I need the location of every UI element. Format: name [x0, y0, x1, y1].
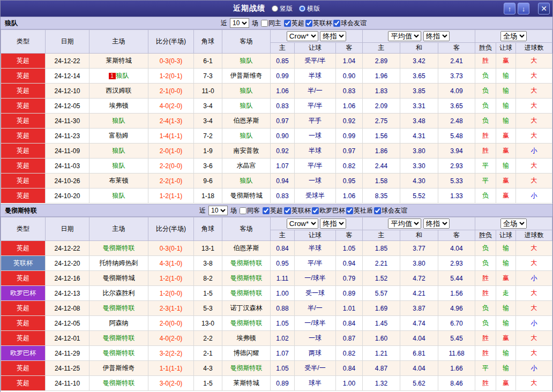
result-handicap-cell: 输	[496, 159, 516, 174]
match-row: 英超24-12-22曼彻斯特联0-3(0-1)13-1伯恩茅斯0.84半球1.0…	[1, 241, 552, 256]
match-row: 英超24-12-08曼彻斯特联2-3(1-1)5-3诺丁汉森林0.88半/一1.…	[1, 301, 552, 316]
league-filter[interactable]: 英社盾	[346, 206, 373, 215]
away-team-cell: 曼彻斯特联	[222, 256, 271, 271]
odds-stage-select[interactable]: 终指	[320, 218, 346, 229]
match-row: 欧罗巴杯24-12-13比尔森胜利1-2(0-0)1-5曼彻斯特联1.00受一球…	[1, 286, 552, 301]
avg-draw-cell: 3.80	[400, 144, 438, 159]
home-team-cell: 富勒姆	[89, 129, 148, 144]
same-venue-checkbox[interactable]	[240, 207, 246, 214]
same-venue-filter[interactable]: 同客	[240, 206, 260, 215]
filter-bar: 近 10 场 同主 英超英联杯球会友谊	[221, 18, 367, 28]
league-checkbox[interactable]	[305, 20, 312, 27]
odds-home-cell: 1.00	[271, 286, 295, 301]
scope-select[interactable]: 全场	[500, 218, 527, 229]
league-checkbox[interactable]	[284, 20, 291, 27]
avg-draw-cell: 4.74	[400, 316, 438, 331]
recent-count-select[interactable]: 10	[208, 206, 228, 215]
odds-handicap-cell: 平/半	[295, 99, 336, 114]
average-select[interactable]: 平均值	[388, 218, 421, 229]
bookmaker-select[interactable]: Crow*	[287, 31, 318, 41]
bookmaker-select[interactable]: Crow*	[287, 218, 318, 229]
league-filter[interactable]: 英超	[263, 206, 283, 215]
odds-home-cell: 1.11	[271, 271, 295, 286]
score-cell: 1-1(1-1)	[148, 361, 194, 376]
result-goals-cell: 小	[516, 189, 552, 203]
average-select[interactable]: 平均值	[388, 31, 421, 41]
league-checkbox[interactable]	[374, 207, 381, 214]
same-venue-label: 同主	[268, 19, 281, 28]
home-team-cell: 埃弗顿	[89, 99, 148, 114]
recent-label: 近	[221, 19, 227, 28]
result-handicap-cell: 输	[496, 241, 516, 256]
avg-draw-cell: 3.80	[400, 256, 438, 271]
corner-cell: 2-1	[194, 346, 222, 361]
league-checkbox[interactable]	[284, 207, 291, 214]
result-wl-cell: 平	[475, 159, 496, 174]
avg-home-cell: 2.21	[363, 256, 400, 271]
scroll-down-button[interactable]: ↓	[518, 3, 529, 14]
league-checkbox[interactable]	[312, 207, 319, 214]
odds-stage-select[interactable]: 终指	[320, 31, 346, 41]
date-cell: 24-12-10	[46, 84, 89, 99]
radio-vertical-label: 竖版	[280, 4, 293, 13]
col-avg-home: 主	[363, 43, 400, 54]
away-team-cell: 埃弗顿	[222, 331, 271, 346]
odds-handicap-cell: 半球	[295, 241, 336, 256]
result-handicap-cell: 输	[496, 69, 516, 84]
avg-home-cell: 1.21	[363, 346, 400, 361]
date-cell: 24-12-05	[46, 316, 89, 331]
league-checkbox[interactable]	[333, 20, 340, 27]
odds-home-cell: 0.94	[271, 174, 295, 189]
same-venue-checkbox[interactable]	[261, 20, 268, 27]
result-goals-cell: 大	[516, 174, 552, 189]
match-row: 英超24-11-30狼队2-4(1-3)3-4伯恩茅斯0.97平手0.922.7…	[1, 114, 552, 129]
radio-horizontal-input[interactable]	[299, 5, 305, 12]
league-filter[interactable]: 英联杯	[305, 19, 332, 28]
same-venue-filter[interactable]: 同主	[261, 19, 281, 28]
league-checkbox-label: 英超	[270, 206, 283, 215]
avg-stage-select[interactable]: 终指	[423, 31, 450, 41]
result-goals-cell: 大	[516, 54, 552, 69]
away-team-cell: 博德闪耀	[222, 346, 271, 361]
league-type-cell: 英超	[1, 241, 46, 256]
league-checkbox[interactable]	[263, 207, 270, 214]
league-filter[interactable]: 英联杯	[284, 206, 311, 215]
avg-away-cell: 8.46	[438, 376, 475, 391]
odds-handicap-cell: 一球	[295, 331, 336, 346]
scope-select[interactable]: 全场	[500, 31, 527, 41]
radio-vertical-input[interactable]	[272, 5, 278, 12]
home-team-cell: 伊普斯维奇	[89, 361, 148, 376]
score-cell: 2-2(1-0)	[148, 174, 194, 189]
odds-home-cell: 1.05	[271, 361, 295, 376]
avg-stage-select[interactable]: 终指	[423, 218, 450, 229]
league-filter[interactable]: 英超	[284, 19, 304, 28]
col-avg-home: 主	[363, 230, 400, 241]
result-wl-cell: 负	[475, 189, 496, 203]
odds-away-cell: 0.84	[336, 316, 363, 331]
league-filter[interactable]: 欧罗巴杯	[312, 206, 345, 215]
radio-horizontal[interactable]: 横版	[299, 4, 320, 13]
radio-vertical[interactable]: 竖版	[272, 4, 293, 13]
col-result-wl: 胜负	[475, 230, 496, 241]
close-button[interactable]: ✕	[538, 3, 550, 14]
league-filter[interactable]: 球会友谊	[333, 19, 367, 28]
date-cell: 24-12-13	[46, 286, 89, 301]
match-row: 英超24-12-16曼彻斯特城1-2(1-0)8-2曼彻斯特联1.11一/球半0…	[1, 271, 552, 286]
recent-count-select[interactable]: 10	[230, 18, 249, 28]
league-type-cell: 英超	[1, 361, 46, 376]
corner-cell: 13-1	[194, 241, 222, 256]
league-checkbox[interactable]	[346, 207, 353, 214]
col-result-goals: 进球数	[516, 43, 552, 54]
league-filter[interactable]: 球会友谊	[374, 206, 407, 215]
team-section-manutd: 曼彻斯特联 近 10 场 同客 英超英联杯欧罗巴杯英社盾球会友谊	[1, 204, 552, 391]
result-goals-cell: 大	[516, 346, 552, 361]
result-handicap-cell: 输	[496, 316, 516, 331]
col-date: 日期	[46, 30, 89, 54]
odds-away-cell: 0.99	[336, 129, 363, 144]
score-cell: 4-3(1-0)	[148, 256, 194, 271]
result-goals-cell: 小	[516, 144, 552, 159]
result-goals-cell: 大	[516, 69, 552, 84]
odds-handicap-cell: 半/一	[295, 301, 336, 316]
scroll-up-button[interactable]: ↑	[504, 3, 515, 14]
avg-draw-cell: 4.31	[400, 129, 438, 144]
